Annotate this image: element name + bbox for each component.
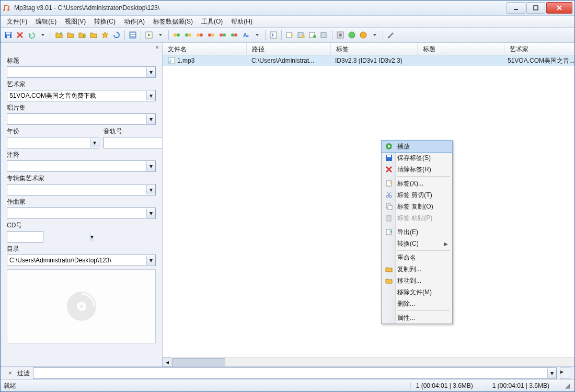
title-field-label: 标题 (7, 56, 156, 65)
dropdown3-icon[interactable] (252, 30, 262, 40)
filter-close-icon[interactable]: × (4, 370, 14, 377)
filter-input[interactable]: ▾ (33, 367, 557, 379)
save-icon[interactable] (4, 30, 13, 40)
file-row[interactable]: 1.mp3 C:\Users\Administrat... ID3v2.3 (I… (163, 55, 574, 66)
convert6-icon[interactable] (229, 30, 239, 40)
copy-icon (385, 202, 393, 211)
svg-point-10 (174, 33, 177, 37)
menu-help[interactable]: 帮助(H) (227, 16, 257, 27)
filter-bar: × 过滤 ▾ ▸ (1, 366, 574, 379)
chevron-down-icon[interactable]: ▾ (146, 67, 155, 77)
filter-go-button[interactable]: ▸ (560, 367, 571, 379)
close-button[interactable] (546, 2, 572, 14)
chevron-down-icon[interactable]: ▾ (547, 368, 556, 378)
menu-tagsources[interactable]: 标签数据源(S) (149, 16, 197, 27)
convert4-icon[interactable] (206, 30, 216, 40)
cm-play[interactable]: 播放 (381, 140, 453, 153)
maximize-button[interactable] (526, 2, 545, 14)
menu-file[interactable]: 文件(F) (3, 16, 31, 27)
selectall-icon[interactable] (128, 30, 137, 40)
comment-field[interactable]: ▾ (7, 160, 156, 172)
globe1-icon[interactable] (347, 30, 356, 40)
col-path[interactable]: 路径 (247, 43, 331, 55)
action3-icon[interactable] (308, 30, 317, 40)
menu-edit[interactable]: 编辑(E) (31, 16, 61, 27)
scroll-thumb[interactable] (172, 358, 225, 366)
cm-copyto[interactable]: 复制到... (382, 263, 452, 275)
convert2-icon[interactable] (183, 30, 193, 40)
dropdown4-icon[interactable] (370, 30, 380, 40)
panel-close-icon[interactable]: × (153, 44, 162, 51)
menu-convert[interactable]: 转换(C) (90, 16, 120, 27)
favorite-icon[interactable] (100, 30, 110, 40)
minimize-button[interactable] (507, 2, 525, 14)
cm-clear[interactable]: 清除标签(R) (382, 164, 452, 175)
col-filename[interactable]: 文件名 (163, 43, 247, 55)
cm-properties[interactable]: 属性... (382, 312, 452, 324)
cm-save[interactable]: 保存标签(S) (382, 152, 452, 164)
cm-moveto[interactable]: 移动到... (382, 275, 452, 286)
chevron-down-icon[interactable]: ▾ (146, 114, 155, 124)
svg-rect-1 (534, 6, 538, 10)
chevron-down-icon[interactable]: ▾ (146, 91, 155, 100)
albumartist-field[interactable]: ▾ (7, 184, 156, 195)
folder-play-icon[interactable] (77, 30, 87, 40)
chevron-down-icon[interactable]: ▾ (90, 232, 94, 241)
svg-point-5 (60, 32, 62, 34)
chevron-down-icon[interactable]: ▾ (90, 138, 99, 147)
cover-icon[interactable] (336, 30, 345, 40)
convert1-icon[interactable] (172, 30, 181, 40)
track-field[interactable]: ▾ (104, 137, 162, 148)
svg-point-14 (197, 33, 200, 37)
horizontal-scrollbar[interactable]: ◂ ▸ (163, 357, 574, 366)
dropdown-icon[interactable] (38, 30, 48, 40)
settings-icon[interactable] (386, 30, 396, 40)
action4-icon[interactable] (319, 30, 329, 40)
album-art-panel[interactable] (7, 269, 156, 343)
convert3-icon[interactable] (195, 30, 204, 40)
paste-icon (385, 214, 393, 222)
col-artist[interactable]: 艺术家 (504, 43, 574, 55)
cm-removefile[interactable]: 移除文件(M) (382, 286, 452, 298)
dir-field[interactable]: ▾ (7, 255, 156, 266)
chevron-down-icon[interactable]: ▾ (146, 185, 155, 194)
playlist-play-icon[interactable] (144, 30, 154, 40)
year-field[interactable]: ▾ (7, 137, 99, 148)
action2-icon[interactable] (296, 30, 306, 40)
folder-up-icon[interactable] (89, 30, 98, 40)
cm-convert[interactable]: 转换(C) ▶ (382, 238, 452, 249)
window-title: Mp3tag v3.01 - C:\Users\Administrator\De… (14, 4, 505, 11)
resize-grip-icon[interactable]: ◢ (563, 382, 571, 389)
globe2-icon[interactable] (359, 30, 368, 40)
menu-tools[interactable]: 工具(O) (197, 16, 227, 27)
disc-field[interactable]: ▾ (7, 231, 43, 243)
folder-icon[interactable] (66, 30, 75, 40)
title-field[interactable]: ▾ (7, 66, 156, 78)
chevron-down-icon[interactable]: ▾ (146, 209, 155, 218)
cm-tags[interactable]: 标签(X)... (382, 178, 452, 189)
chevron-down-icon[interactable]: ▾ (146, 162, 155, 171)
convert5-icon[interactable] (218, 30, 227, 40)
cm-export[interactable]: 导出(E) (382, 226, 452, 238)
scroll-left-icon[interactable]: ◂ (163, 358, 171, 366)
artist-field[interactable]: ▾ (7, 90, 156, 101)
undo-icon[interactable] (27, 30, 36, 40)
cm-rename[interactable]: 重命名 (382, 252, 452, 263)
chevron-down-icon[interactable]: ▾ (146, 256, 155, 265)
cm-delete[interactable]: 删除... (382, 298, 452, 309)
cm-copy[interactable]: 标签 复制(O) (382, 201, 452, 212)
cm-cut[interactable]: 标签 剪切(T) (382, 189, 452, 201)
folder-open-icon[interactable] (54, 30, 64, 40)
dropdown2-icon[interactable] (156, 30, 165, 40)
col-tag[interactable]: 标签 (331, 43, 418, 55)
refresh-icon[interactable] (112, 30, 121, 40)
text-a-icon[interactable]: A (241, 30, 250, 40)
delete-icon[interactable] (15, 30, 25, 40)
composer-field[interactable]: ▾ (7, 207, 156, 219)
menu-actions[interactable]: 动作(A) (120, 16, 149, 27)
menu-view[interactable]: 视图(V) (61, 16, 90, 27)
number-icon[interactable] (269, 30, 278, 40)
album-field[interactable]: ▾ (7, 113, 156, 125)
action1-icon[interactable] (285, 30, 294, 40)
col-title[interactable]: 标题 (418, 43, 504, 55)
